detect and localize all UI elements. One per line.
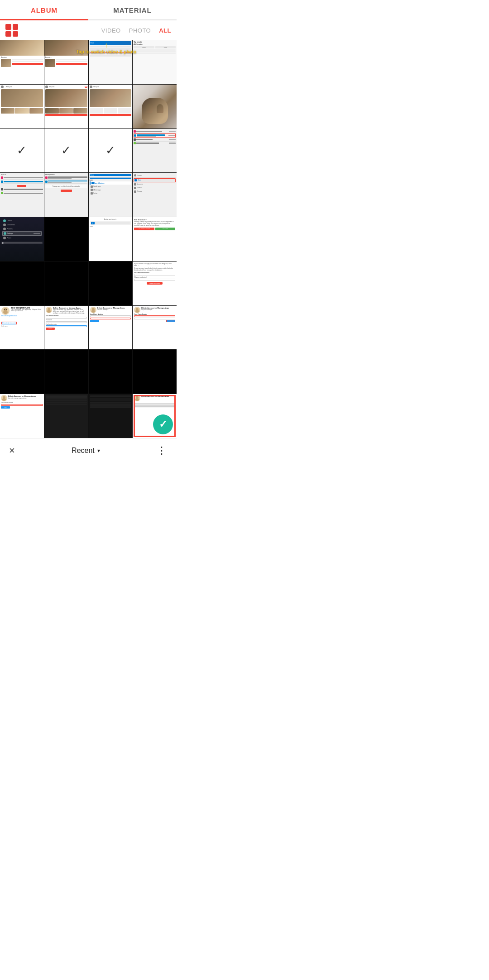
- svg-point-10: [92, 308, 95, 310]
- photo-cell-4-3[interactable]: Home Apps Apps & features Default apps: [89, 173, 133, 217]
- photo-cell-8-3[interactable]: [89, 394, 133, 438]
- grid-cell-4: [13, 31, 19, 37]
- svg-point-16: [3, 396, 5, 399]
- photo-cell-1-2[interactable]: Boceto ×: [44, 40, 88, 84]
- photo-cell-3-1[interactable]: ✓: [0, 129, 44, 173]
- app-container: ALBUM MATERIAL VIDEO PHOTO ALL ↑ Tap to …: [0, 0, 177, 463]
- bottom-bar: × Recent ▾ ⋮: [0, 438, 177, 463]
- photo-cell-3-2[interactable]: ✓: [44, 129, 88, 173]
- photo-cell-3-3[interactable]: ✓: [89, 129, 133, 173]
- recent-label: Recent: [72, 447, 95, 455]
- photo-cell-6-4[interactable]: Delete Account or Manage Apps Log in to …: [133, 306, 177, 350]
- tab-underline: [0, 19, 88, 20]
- photo-cell-1-1[interactable]: Boceto ×: [0, 40, 44, 84]
- photo-grid-container: ↑ Tap to switch video & photo Boceto ×: [0, 40, 177, 438]
- teal-checkmark: [153, 414, 173, 434]
- photo-grid: Boceto ×: [0, 40, 177, 438]
- close-button[interactable]: ×: [9, 445, 15, 457]
- svg-point-19: [136, 396, 139, 399]
- grid-cell-1: [5, 24, 11, 30]
- photo-cell-7-1[interactable]: [0, 350, 44, 394]
- chevron-icon: ▾: [97, 447, 100, 454]
- photo-cell-7-2[interactable]: [44, 350, 88, 394]
- photo-cell-2-3[interactable]: New post: [89, 85, 133, 128]
- svg-point-13: [136, 308, 139, 310]
- photo-cell-5-2[interactable]: [44, 217, 88, 261]
- photo-cell-1-4[interactable]: Tag people Add location Stories Tumblr: [133, 40, 177, 84]
- photo-cell-5b-4[interactable]: If you want to change your number on Tel…: [133, 262, 177, 305]
- photo-cell-5b-1[interactable]: [0, 262, 44, 305]
- photo-cell-8-1[interactable]: Delete Account or Manage Apps Log in to …: [0, 394, 44, 438]
- photo-cell-5b-2[interactable]: [44, 262, 88, 305]
- svg-point-3: [4, 309, 5, 310]
- photo-cell-6-3[interactable]: Delete Account or Manage Apps Log in to …: [89, 306, 133, 350]
- photo-cell-4-1[interactable]: Apps list: [0, 173, 44, 217]
- filter-video[interactable]: VIDEO: [101, 27, 121, 34]
- tab-material[interactable]: MATERIAL: [88, 0, 177, 19]
- grid-cell-3: [5, 31, 11, 37]
- photo-cell-5-4[interactable]: Are You Sure? Warning! Please only delet…: [133, 217, 177, 261]
- photo-cell-2-2[interactable]: New post: [44, 85, 88, 128]
- svg-point-4: [6, 309, 7, 310]
- filter-photo[interactable]: PHOTO: [129, 27, 151, 34]
- photo-cell-2-4[interactable]: [133, 85, 177, 128]
- photo-cell-5-1[interactable]: Lenovo Documents Pictures Settings Power: [0, 217, 44, 261]
- tab-bar: ALBUM MATERIAL: [0, 0, 177, 20]
- photo-cell-2-1[interactable]: ← New post: [0, 85, 44, 128]
- grid-view-icon[interactable]: [5, 24, 18, 37]
- toolbar: VIDEO PHOTO ALL: [0, 20, 177, 40]
- photo-cell-4-4[interactable]: Sumner Apps Accounts: [133, 173, 177, 217]
- photo-cell-3-4[interactable]: [133, 129, 177, 173]
- photo-cell-4-2[interactable]: Sticky Notes This app and its related in…: [44, 173, 88, 217]
- photo-cell-7-3[interactable]: [89, 350, 133, 394]
- recent-dropdown[interactable]: Recent ▾: [72, 447, 100, 455]
- more-options-button[interactable]: ⋮: [157, 445, 168, 457]
- photo-cell-5b-3[interactable]: [89, 262, 133, 305]
- photo-cell-6-2[interactable]: Delete Account or Manage Apps Log in to …: [44, 306, 88, 350]
- photo-cell-7-4[interactable]: [133, 350, 177, 394]
- tab-album[interactable]: ALBUM: [0, 0, 88, 19]
- photo-cell-5-3[interactable]: Below are the st... ⊞ Post: [89, 217, 133, 261]
- filter-buttons: VIDEO PHOTO ALL: [101, 27, 171, 34]
- grid-cell-2: [13, 24, 19, 30]
- svg-point-2: [4, 308, 7, 312]
- photo-cell-8-2[interactable]: [44, 394, 88, 438]
- photo-cell-6-1[interactable]: Your Telegram Core Log in to manage your…: [0, 306, 44, 350]
- filter-all[interactable]: ALL: [159, 27, 171, 34]
- photo-cell-1-3[interactable]: Share: [89, 40, 133, 84]
- photo-cell-8-4[interactable]: Delete Account or Manage Apps Log in to …: [133, 394, 177, 438]
- svg-point-7: [48, 308, 50, 310]
